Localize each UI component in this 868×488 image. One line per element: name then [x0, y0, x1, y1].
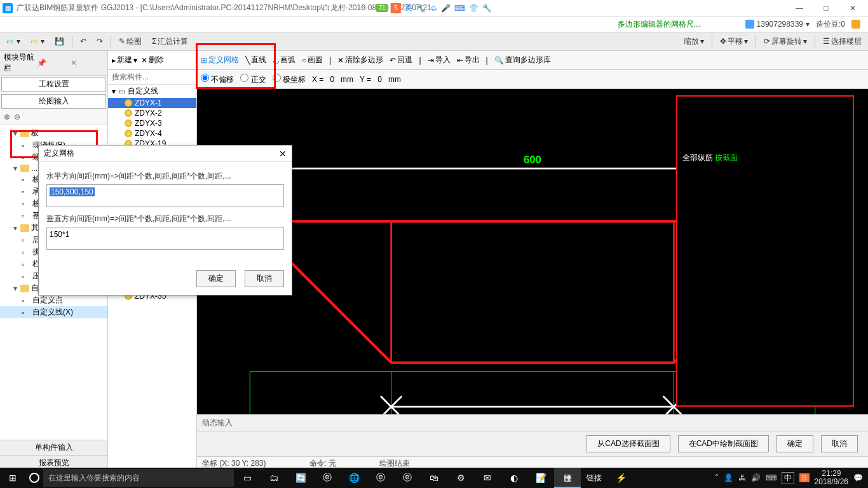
app-icon: ▦ [3, 3, 13, 13]
nav-close-icon[interactable]: ✕ [71, 58, 104, 67]
tray-people-icon[interactable]: 👤 [724, 473, 733, 482]
ime-skin-icon[interactable]: 👕 [469, 4, 478, 13]
taskbar-search[interactable]: 在这里输入你要搜索的内容 [43, 469, 234, 487]
define-grid-button[interactable]: ⊞ 定义网格 [201, 55, 239, 65]
tray-sogou[interactable]: S [799, 473, 810, 482]
rotate-button[interactable]: ⟳ 屏幕旋转 ▾ [761, 35, 810, 48]
clear-poly-button[interactable]: ✕ 清除多边形 [337, 55, 383, 65]
tb-chrome-icon[interactable]: 🌐 [341, 468, 367, 488]
tb-ie2-icon[interactable]: ⓔ [394, 468, 421, 488]
close-button[interactable]: ✕ [840, 2, 865, 15]
start-button[interactable]: ⊞ [0, 473, 25, 483]
tb-edge-icon[interactable]: ⓔ [367, 468, 394, 488]
redo-button[interactable]: ↷ [94, 36, 105, 47]
tab-engineering-settings[interactable]: 工程设置 [1, 77, 106, 92]
draw-circle-button[interactable]: ○ 画圆 [302, 55, 323, 65]
ime-smile-icon[interactable]: ☺ [430, 4, 437, 13]
gear-icon [125, 109, 132, 117]
collapse-all-icon[interactable]: ⊖ [14, 112, 20, 121]
section-cancel-button[interactable]: 取消 [821, 435, 858, 452]
ime-cluster: 71 S 英 🔧 ☺ 🎤 ⌨ 👕 🔧 [376, 3, 492, 13]
tray-lang[interactable]: 中 [782, 472, 794, 484]
new-file-button[interactable]: ▾ [4, 36, 23, 47]
polar-radio[interactable]: 极坐标 [273, 74, 306, 85]
sum-button[interactable]: Σ 汇总计算 [149, 35, 191, 48]
task-view-icon[interactable]: ▭ [234, 468, 261, 488]
undo-step-button[interactable]: ↶ 回退 [390, 55, 412, 65]
tb-mail-icon[interactable]: ✉ [474, 468, 501, 488]
tray-notif-icon[interactable]: 💬 [853, 473, 863, 482]
pan-button[interactable]: ✥ 平移 ▾ [717, 35, 750, 48]
dynamic-input-bar[interactable]: 动态输入 [197, 414, 868, 431]
in-cad-draw-button[interactable]: 在CAD中绘制截面图 [678, 435, 769, 452]
tb-link-label[interactable]: 链接 [581, 468, 607, 488]
draw-button[interactable]: ✎ 绘图 [116, 35, 144, 48]
user-account[interactable]: 13907298339 ▾ [745, 20, 810, 29]
ortho-radio[interactable]: 正交 [240, 74, 266, 85]
tray-clock[interactable]: 21:29 2018/9/26 [815, 470, 848, 486]
y-input[interactable]: 0 [377, 75, 382, 84]
tb-app4-icon[interactable]: ⚡ [607, 468, 634, 488]
minimize-button[interactable]: — [787, 2, 812, 15]
ime-tool-icon[interactable]: 🔧 [416, 4, 426, 13]
save-button[interactable]: 💾 [52, 36, 67, 47]
from-cad-select-button[interactable]: 从CAD选择截面图 [587, 435, 670, 452]
dialog-close-button[interactable]: ✕ [279, 149, 287, 159]
section-preview-panel: 全部纵筋 按截面 [676, 95, 854, 407]
bell-icon[interactable] [851, 20, 860, 29]
x-input[interactable]: 0 [330, 75, 334, 84]
component-item[interactable]: ZDYX-4 [108, 128, 196, 139]
gear-icon [125, 119, 132, 127]
tree-node[interactable]: ▫自定义线(X)​ [0, 306, 107, 318]
tb-app1-icon[interactable]: 🗂 [261, 468, 287, 488]
no-offset-radio[interactable]: 不偏移 [201, 74, 234, 85]
ime-mic-icon[interactable]: 🎤 [441, 4, 451, 13]
tb-store-icon[interactable]: 🛍 [421, 468, 447, 488]
tree-node[interactable]: ▾板 [0, 127, 107, 139]
tb-ggj-icon[interactable]: ▦ [554, 468, 581, 488]
import-button[interactable]: ⇥ 导入 [428, 55, 451, 65]
horizontal-spacing-input[interactable]: 150,300,150 [46, 184, 284, 207]
draw-line-button[interactable]: ╲ 直线 [245, 55, 266, 65]
ime-lang[interactable]: 英 [405, 3, 412, 13]
delete-component-button[interactable]: ✕ 删除 [141, 55, 164, 65]
component-item[interactable]: ZDYX-3 [108, 118, 196, 128]
dialog-cancel-button[interactable]: 取消 [245, 270, 284, 287]
dropdown-icon: ▾ [806, 20, 810, 29]
tray-vol-icon[interactable]: 🔊 [751, 473, 761, 482]
pin-icon[interactable]: 📌 [37, 58, 70, 67]
vertical-spacing-input[interactable]: 150*1 [46, 227, 284, 250]
tree-node[interactable]: ▫自定义点 [0, 294, 107, 306]
expand-all-icon[interactable]: ⊕ [4, 112, 10, 121]
export-button[interactable]: ⇤ 导出 [457, 55, 480, 65]
select-floor-button[interactable]: ☰ 选择楼层 [820, 35, 864, 48]
tb-ie-icon[interactable]: ⓔ [314, 468, 341, 488]
cortana-icon[interactable] [25, 473, 43, 483]
tb-notes-icon[interactable]: 📝 [527, 468, 554, 488]
maximize-button[interactable]: □ [813, 2, 839, 15]
new-component-button[interactable]: ▸ 新建 ▾ [112, 55, 137, 65]
tb-app3-icon[interactable]: ◐ [501, 468, 527, 488]
dialog-ok-button[interactable]: 确定 [196, 270, 236, 287]
section-ok-button[interactable]: 确定 [776, 435, 813, 452]
tab-single-component[interactable]: 单构件输入 [0, 440, 107, 455]
search-input[interactable] [108, 70, 196, 84]
component-item[interactable]: ZDYX-2 [108, 108, 196, 118]
tray-up-icon[interactable]: ˄ [715, 473, 719, 482]
ime-kbd-icon[interactable]: ⌨ [454, 4, 465, 13]
tab-draw-input[interactable]: 绘图输入 [1, 94, 106, 109]
component-item[interactable]: ZDYX-1 [108, 98, 196, 108]
query-poly-lib-button[interactable]: 🔍 查询多边形库 [494, 55, 551, 65]
tb-app2-icon[interactable]: 🔄 [287, 468, 314, 488]
tray-ime-icon[interactable]: ⌨ [766, 473, 776, 482]
open-file-button[interactable]: ▾ [28, 36, 47, 47]
sogou-icon[interactable]: S [391, 3, 401, 13]
undo-button[interactable]: ↶ [78, 36, 89, 47]
y-unit: mm [388, 75, 401, 84]
tray-net-icon[interactable]: 🖧 [738, 473, 746, 482]
tb-settings-icon[interactable]: ⚙ [447, 468, 474, 488]
zoom-button[interactable]: 缩放 ▾ [681, 35, 707, 48]
ime-settings-icon[interactable]: 🔧 [482, 4, 492, 13]
windows-taskbar[interactable]: ⊞ 在这里输入你要搜索的内容 ▭ 🗂 🔄 ⓔ 🌐 ⓔ ⓔ 🛍 ⚙ ✉ ◐ 📝 ▦… [0, 468, 868, 488]
draw-arc-button[interactable]: ◡ 画弧 [273, 55, 295, 65]
